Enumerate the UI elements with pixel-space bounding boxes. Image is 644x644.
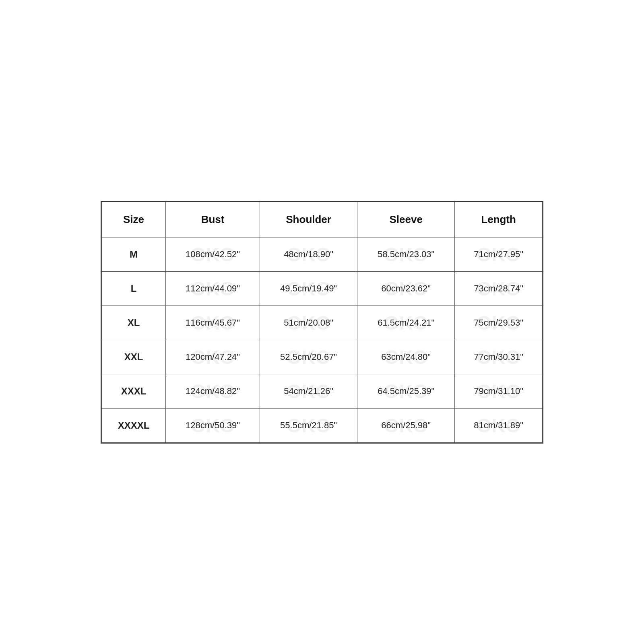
cell-text-sleeve-5: 66cm/25.98" — [381, 420, 431, 430]
cell-text-shoulder-0: 48cm/18.90" — [284, 249, 333, 259]
cell-text-length-1: 73cm/28.74" — [474, 283, 523, 293]
cell-shoulder-5: OKO55.5cm/21.85" — [260, 408, 357, 442]
table-row: XXXXLOKO128cm/50.39"OKO55.5cm/21.85"OKO6… — [102, 408, 543, 442]
cell-text-size-4: XXXL — [121, 386, 147, 396]
cell-shoulder-2: OKO51cm/20.08" — [260, 305, 357, 340]
table-row: LOKO112cm/44.09"OKO49.5cm/19.49"OKO60cm/… — [102, 271, 543, 305]
cell-bust-0: OKO108cm/42.52" — [166, 237, 260, 271]
cell-text-sleeve-1: 60cm/23.62" — [381, 283, 431, 293]
cell-size-3: XXL — [102, 340, 166, 374]
cell-text-shoulder-3: 52.5cm/20.67" — [280, 352, 337, 362]
header-length: Length — [455, 202, 543, 237]
cell-size-4: XXXL — [102, 374, 166, 408]
cell-text-length-3: 77cm/30.31" — [474, 352, 523, 362]
cell-sleeve-3: OKO63cm/24.80" — [357, 340, 455, 374]
cell-bust-5: OKO128cm/50.39" — [166, 408, 260, 442]
cell-text-sleeve-3: 63cm/24.80" — [381, 352, 431, 362]
cell-length-5: OKO81cm/31.89" — [455, 408, 543, 442]
cell-length-4: OKO79cm/31.10" — [455, 374, 543, 408]
cell-bust-4: OKO124cm/48.82" — [166, 374, 260, 408]
header-shoulder: Shoulder — [260, 202, 357, 237]
cell-size-5: XXXXL — [102, 408, 166, 442]
cell-text-size-3: XXL — [124, 351, 143, 362]
cell-text-bust-2: 116cm/45.67" — [186, 318, 240, 328]
cell-text-shoulder-1: 49.5cm/19.49" — [280, 283, 337, 293]
cell-shoulder-1: OKO49.5cm/19.49" — [260, 271, 357, 305]
table-row: XXXLOKO124cm/48.82"OKO54cm/21.26"OKO64.5… — [102, 374, 543, 408]
cell-text-sleeve-0: 58.5cm/23.03" — [378, 249, 434, 259]
cell-bust-3: OKO120cm/47.24" — [166, 340, 260, 374]
table-header-row: Size Bust Shoulder Sleeve Length — [102, 202, 543, 237]
cell-bust-1: OKO112cm/44.09" — [166, 271, 260, 305]
table-row: MOKO108cm/42.52"OKO48cm/18.90"OKO58.5cm/… — [102, 237, 543, 271]
cell-shoulder-3: OKO52.5cm/20.67" — [260, 340, 357, 374]
cell-text-shoulder-2: 51cm/20.08" — [284, 318, 333, 328]
cell-text-size-2: XL — [128, 317, 140, 328]
cell-size-0: M — [102, 237, 166, 271]
cell-text-shoulder-5: 55.5cm/21.85" — [280, 420, 337, 430]
cell-shoulder-4: OKO54cm/21.26" — [260, 374, 357, 408]
cell-text-sleeve-2: 61.5cm/24.21" — [378, 318, 434, 328]
size-chart-table: Size Bust Shoulder Sleeve Length MOKO108… — [101, 202, 543, 443]
cell-size-1: L — [102, 271, 166, 305]
cell-text-size-1: L — [131, 283, 137, 294]
cell-text-shoulder-4: 54cm/21.26" — [284, 386, 333, 396]
table-row: XXLOKO120cm/47.24"OKO52.5cm/20.67"OKO63c… — [102, 340, 543, 374]
size-chart-container: Size Bust Shoulder Sleeve Length MOKO108… — [101, 201, 543, 444]
cell-text-bust-1: 112cm/44.09" — [186, 283, 240, 293]
cell-sleeve-0: OKO58.5cm/23.03" — [357, 237, 455, 271]
cell-sleeve-5: OKO66cm/25.98" — [357, 408, 455, 442]
cell-sleeve-2: OKO61.5cm/24.21" — [357, 305, 455, 340]
cell-text-bust-3: 120cm/47.24" — [186, 352, 240, 362]
cell-text-length-2: 75cm/29.53" — [474, 318, 523, 328]
cell-bust-2: OKO116cm/45.67" — [166, 305, 260, 340]
cell-text-bust-5: 128cm/50.39" — [186, 420, 240, 430]
table-row: XLOKO116cm/45.67"OKO51cm/20.08"OKO61.5cm… — [102, 305, 543, 340]
cell-sleeve-1: OKO60cm/23.62" — [357, 271, 455, 305]
cell-length-1: OKO73cm/28.74" — [455, 271, 543, 305]
cell-length-2: OKO75cm/29.53" — [455, 305, 543, 340]
cell-text-bust-0: 108cm/42.52" — [186, 249, 240, 259]
header-size: Size — [102, 202, 166, 237]
cell-size-2: XL — [102, 305, 166, 340]
header-sleeve: Sleeve — [357, 202, 455, 237]
cell-length-0: OKO71cm/27.95" — [455, 237, 543, 271]
cell-text-length-4: 79cm/31.10" — [474, 386, 523, 396]
cell-text-sleeve-4: 64.5cm/25.39" — [378, 386, 434, 396]
cell-text-length-5: 81cm/31.89" — [474, 420, 523, 430]
cell-text-bust-4: 124cm/48.82" — [186, 386, 240, 396]
cell-text-size-5: XXXXL — [118, 420, 150, 431]
cell-text-length-0: 71cm/27.95" — [474, 249, 523, 259]
cell-shoulder-0: OKO48cm/18.90" — [260, 237, 357, 271]
cell-sleeve-4: OKO64.5cm/25.39" — [357, 374, 455, 408]
cell-length-3: OKO77cm/30.31" — [455, 340, 543, 374]
header-bust: Bust — [166, 202, 260, 237]
cell-text-size-0: M — [130, 249, 138, 260]
